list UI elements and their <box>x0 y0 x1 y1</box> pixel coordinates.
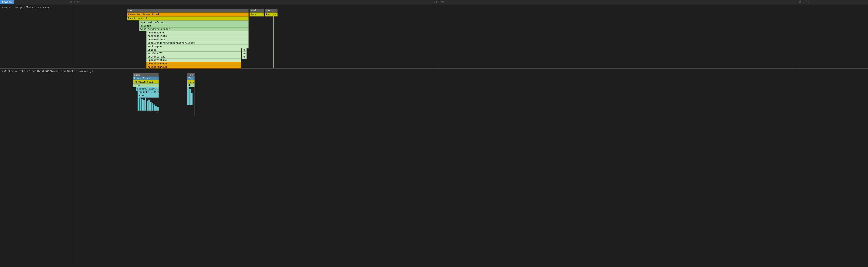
sub-bar-r2 <box>189 89 191 105</box>
task-sm-2: Task <box>265 9 278 12</box>
main-arrow: ▼ <box>1 6 3 9</box>
sub-bar-8 <box>150 102 152 111</box>
worker-section-header: ▼ Worker — http://localhost:8080/emulato… <box>0 69 147 73</box>
task-header-block: Task <box>127 9 249 12</box>
funct-call-sm-2[interactable]: Fun...all <box>265 12 278 17</box>
worker-section-label: Worker — http://localhost:8080/emulatorW… <box>4 70 93 73</box>
sub-bar-r3 <box>191 93 192 105</box>
sub-bar-6 <box>147 101 148 111</box>
exec-sub-bars <box>137 97 159 112</box>
sub-bar-10 <box>154 105 155 111</box>
funct-call-sm-1[interactable]: Funct...Call <box>250 12 264 17</box>
set-tex-g3: g... <box>242 55 247 59</box>
sub-bar-5 <box>145 98 146 111</box>
sub-bar-r1 <box>187 87 189 105</box>
grid-line-2 <box>434 4 434 267</box>
sub-bar-12 <box>157 107 159 111</box>
main-marker-line <box>273 12 274 69</box>
sub-bar-3 <box>142 99 143 111</box>
sub-bar-1 <box>137 97 140 111</box>
main-section-label: Main — http://localhost:8080/ <box>4 6 51 9</box>
animation-frame-block[interactable]: Animation Frame Fired <box>127 12 249 17</box>
worker-marker-1 <box>157 111 157 113</box>
frames-tick-1: 16.7 ms <box>69 0 80 3</box>
main-section-header: ▼ Main — http://localhost:8080/ <box>0 5 123 10</box>
worker-arrow: ▼ <box>1 70 3 73</box>
sub-bar-7 <box>148 99 150 111</box>
exec-sub-bars-2 <box>187 87 194 107</box>
sub-bar-11 <box>155 106 157 111</box>
frames-tick-2: 16.7 ms <box>434 0 444 3</box>
frames-bar: Frames 16.7 ms 16.7 ms 16.7 ms <box>0 0 868 4</box>
worker-divider-line <box>194 73 195 116</box>
task-sm-1: Task <box>250 9 264 12</box>
sub-bar-4 <box>143 100 145 111</box>
sub-bar-9 <box>152 103 153 111</box>
grid-line-3 <box>796 4 796 267</box>
frames-label: Frames <box>0 0 14 4</box>
function-call-block[interactable]: Function Call <box>127 17 249 21</box>
sub-bar-2 <box>140 98 141 111</box>
frames-tick-3: 16.7 ms <box>799 0 809 3</box>
